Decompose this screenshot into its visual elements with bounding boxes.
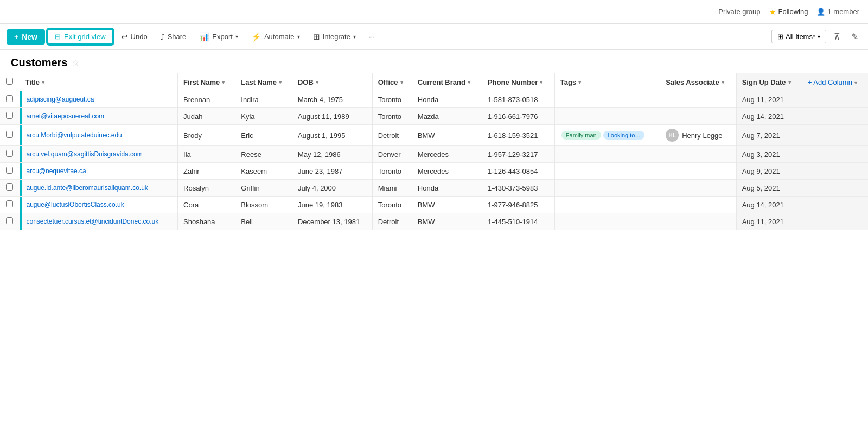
row-checkbox[interactable] [6,112,13,119]
tags-col-label: Tags [560,78,576,86]
exit-grid-view-button[interactable]: ⊞ Exit grid view [47,29,113,45]
more-button[interactable]: ··· [363,30,380,43]
sales-associate-col-label: Sales Associate [666,78,719,86]
first-name-cell: Brody [178,125,235,146]
table-row[interactable]: consectetuer.cursus.et@tinciduntDonec.co… [0,213,868,230]
share-button[interactable]: ⤴ Share [155,29,192,44]
last-name-cell: Griffin [235,180,292,197]
sales-associate-cell: HLHenry Legge [660,125,737,146]
current-brand-cell: Mercedes [412,163,482,180]
row-checkbox[interactable] [6,150,13,157]
row-checkbox[interactable] [6,95,13,102]
sign-up-date-cell: Aug 11, 2021 [736,91,802,108]
dob-cell: March 4, 1975 [292,91,372,108]
tags-cell [554,91,660,108]
export-button[interactable]: 📊 Export ▾ [194,29,244,45]
automate-button[interactable]: ⚡ Automate ▾ [246,29,305,45]
title-col-label: Title [25,78,40,86]
undo-label: Undo [131,33,148,41]
edit-icon: ✎ [851,32,858,41]
table-row[interactable]: adipiscing@augueut.caBrennanIndiraMarch … [0,91,868,108]
email-cell: consectetuer.cursus.et@tinciduntDonec.co… [20,213,178,230]
phone-number-col-label: Phone Number [488,78,538,86]
office-column-header[interactable]: Office ▾ [372,73,412,91]
current-brand-cell: BMW [412,197,482,213]
row-checkbox[interactable] [6,167,13,174]
add-column-label: + Add Column [808,78,852,86]
add-column-cell [802,197,868,213]
last-name-cell: Kyla [235,108,292,125]
dob-cell: May 12, 1986 [292,146,372,163]
sign-up-date-cell: Aug 5, 2021 [736,180,802,197]
last-name-cell: Reese [235,146,292,163]
row-checkbox[interactable] [6,200,13,207]
title-column-header[interactable]: Title ▾ [20,73,178,91]
sales-associate-cell [660,108,737,125]
table-row[interactable]: amet@vitaeposuereat.comJudahKylaAugust 1… [0,108,868,125]
sales-associate-cell [660,213,737,230]
share-label: Share [168,33,187,41]
undo-button[interactable]: ↩ Undo [116,29,153,45]
select-all-checkbox[interactable] [6,78,13,85]
tag-badge: Family man [561,131,601,140]
undo-icon: ↩ [121,32,128,42]
current-brand-cell: Honda [412,180,482,197]
row-checkbox-cell [0,163,20,180]
tags-column-header[interactable]: Tags ▾ [554,73,660,91]
office-sort-icon: ▾ [400,79,403,85]
last-name-column-header[interactable]: Last Name ▾ [235,73,292,91]
email-cell: augue.id.ante@liberomaurisaliquam.co.uk [20,180,178,197]
title-sort-icon: ▾ [42,79,44,85]
dob-cell: July 4, 2000 [292,180,372,197]
select-all-header[interactable] [0,73,20,91]
automate-label: Automate [264,33,295,41]
table-row[interactable]: augue@luctuslObortisClass.co.ukCoraBloss… [0,197,868,213]
favorite-icon[interactable]: ☆ [72,58,79,68]
table-row[interactable]: arcu.Morbi@vulputateduinec.eduBrodyEricA… [0,125,868,146]
row-checkbox-cell [0,213,20,230]
table-row[interactable]: augue.id.ante@liberomaurisaliquam.co.ukR… [0,180,868,197]
dob-cell: December 13, 1981 [292,213,372,230]
share-icon: ⤴ [161,32,165,41]
sales-associate-sort-icon: ▾ [722,79,724,85]
toolbar-right: ⊞ All Items* ▾ ⊼ ✎ [771,29,861,44]
edit-view-button[interactable]: ✎ [848,29,861,44]
tags-cell: Family manLooking to... [554,125,660,146]
row-checkbox-cell [0,197,20,213]
sign-up-date-column-header[interactable]: Sign Up Date ▾ [736,73,802,91]
first-name-cell: Zahir [178,163,235,180]
row-checkbox[interactable] [6,183,13,191]
sign-up-date-cell: Aug 9, 2021 [736,163,802,180]
all-items-button[interactable]: ⊞ All Items* ▾ [771,30,826,43]
all-items-label: All Items* [786,33,815,41]
sales-associate-cell [660,163,737,180]
integrate-button[interactable]: ⊞ Integrate ▾ [308,29,361,45]
plus-icon: + [14,33,18,41]
row-checkbox[interactable] [6,217,13,224]
sign-up-date-cell: Aug 14, 2021 [736,197,802,213]
sales-associate-column-header[interactable]: Sales Associate ▾ [660,73,737,91]
excel-icon: 📊 [199,32,209,42]
row-checkbox-cell [0,91,20,108]
first-name-cell: Rosalyn [178,180,235,197]
table-row[interactable]: arcu@nequevitae.caZahirKaseemJune 23, 19… [0,163,868,180]
office-cell: Toronto [372,108,412,125]
following-button[interactable]: ★ Following [769,8,808,16]
email-cell: augue@luctuslObortisClass.co.uk [20,197,178,213]
dob-sort-icon: ▾ [316,79,318,85]
page-title: Customers [11,56,67,69]
first-name-column-header[interactable]: First Name ▾ [178,73,235,91]
current-brand-column-header[interactable]: Current Brand ▾ [412,73,482,91]
row-checkbox[interactable] [6,131,13,138]
new-button[interactable]: + New [7,29,45,45]
dob-column-header[interactable]: DOB ▾ [292,73,372,91]
add-column-header[interactable]: + Add Column ▾ [802,73,868,91]
table-row[interactable]: arcu.vel.quam@sagittisDuisgravida.comIla… [0,146,868,163]
automate-chevron-icon: ▾ [297,34,300,40]
phone-sort-icon: ▾ [540,79,542,85]
phone-number-column-header[interactable]: Phone Number ▾ [482,73,554,91]
sign-up-date-cell: Aug 7, 2021 [736,125,802,146]
office-cell: Toronto [372,163,412,180]
add-column-cell [802,180,868,197]
filter-button[interactable]: ⊼ [831,29,844,44]
